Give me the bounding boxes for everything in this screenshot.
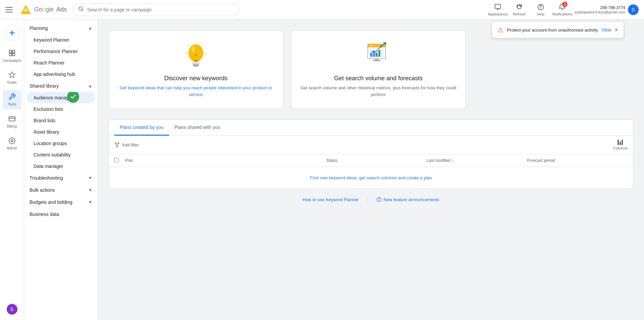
discover-keywords-card[interactable]: Discover new keywords Get keyword ideas … (109, 30, 283, 109)
sidebar-item-performance-planner[interactable]: Performance Planner (24, 46, 98, 57)
announcements-label: New feature announcements (384, 197, 439, 202)
col-status: Status (326, 158, 427, 163)
user-info[interactable]: 256-796-3774 sophiaparker14oct@gmail.com… (574, 4, 639, 15)
svg-rect-4 (495, 4, 501, 9)
goals-icon (8, 71, 16, 79)
planning-items: Keyword Planner Performance Planner Reac… (24, 34, 98, 80)
google-logo-icon (20, 4, 32, 15)
notification-text: Protect your account from unauthorised a… (507, 28, 598, 33)
col-last-modified[interactable]: Last modified ↓ (427, 158, 527, 163)
notifications-icon: 1 (558, 3, 566, 11)
admin-icon (8, 137, 16, 145)
select-all-checkbox[interactable] (114, 158, 119, 162)
refresh-button[interactable]: Refresh (510, 2, 529, 17)
sidebar-item-asset-library[interactable]: Asset library (24, 126, 98, 138)
search-volume-card[interactable]: Get search volume and forecasts Get sear… (291, 30, 466, 109)
budgets-bidding-section-header[interactable]: Budgets and bidding ▼ (24, 196, 98, 208)
tab-plans-created-by-you[interactable]: Plans created by you (114, 120, 169, 136)
tab-plans-shared-with-you[interactable]: Plans shared with you (169, 120, 226, 136)
filter-icon (114, 142, 120, 148)
columns-button[interactable]: Columns (613, 140, 628, 150)
tools-icon (8, 93, 16, 101)
new-feature-announcements-link[interactable]: New feature announcements (376, 197, 439, 202)
svg-rect-37 (378, 50, 380, 57)
svg-point-20 (192, 47, 195, 52)
troubleshooting-chevron-icon: ▼ (88, 176, 92, 180)
refresh-label: Refresh (513, 12, 526, 16)
troubleshooting-section-header[interactable]: Troubleshooting ▼ (24, 172, 98, 184)
svg-rect-11 (9, 50, 11, 53)
business-data-section-header[interactable]: Business data (24, 208, 98, 220)
sidebar-item-reach-planner[interactable]: Reach Planner (24, 57, 98, 68)
planning-title: Planning (30, 26, 48, 31)
troubleshooting-title: Troubleshooting (30, 175, 63, 181)
refresh-icon (515, 3, 523, 11)
svg-point-1 (24, 8, 28, 12)
bulk-actions-title: Bulk actions (30, 187, 55, 193)
shared-library-section-header[interactable]: Shared library ▲ (24, 80, 98, 92)
help-button[interactable]: Help (531, 2, 550, 17)
logo-text: Google (34, 6, 54, 13)
add-filter-label: Add filter (122, 142, 139, 147)
notifications-button[interactable]: 1 Notifications (553, 2, 572, 17)
notification-close-button[interactable]: × (614, 27, 618, 34)
svg-point-27 (204, 52, 207, 54)
how-to-use-link[interactable]: How to use Keyword Planner (303, 197, 359, 202)
add-filter-button[interactable]: Add filter (114, 142, 139, 148)
bulk-actions-chevron-icon: ▼ (88, 188, 92, 192)
sidebar-item-content-suitability[interactable]: Content suitability (24, 149, 98, 161)
svg-point-19 (189, 44, 203, 62)
col-plan: Plan (125, 158, 326, 163)
shared-library-chevron-icon: ▲ (88, 84, 92, 88)
sidebar-item-location-groups[interactable]: Location groups (24, 138, 98, 149)
svg-point-28 (188, 44, 190, 46)
bulk-actions-section-header[interactable]: Bulk actions ▼ (24, 184, 98, 196)
sidebar-item-goals[interactable]: Goals (3, 68, 21, 87)
table-header: Plan Status Last modified ↓ Forecast per… (109, 154, 633, 167)
table-area: Plans created by you Plans shared with y… (109, 120, 633, 189)
business-data-title: Business data (30, 212, 59, 217)
campaigns-icon (8, 49, 16, 57)
search-bar[interactable] (72, 3, 240, 16)
google-ads-logo: Google Ads (20, 4, 67, 15)
svg-rect-39 (375, 59, 379, 60)
sidebar-item-campaigns[interactable]: Campaigns (3, 46, 21, 65)
help-icon (537, 3, 545, 11)
sidebar-item-audience-manager[interactable]: Audience manager (27, 92, 95, 103)
shared-library-items: Audience manager Exclusion lists Brand l… (24, 92, 98, 172)
empty-state-link[interactable]: Find new keyword ideas, get search volum… (310, 175, 432, 180)
svg-rect-12 (12, 50, 14, 53)
sidebar-item-tools[interactable]: Tools (3, 90, 21, 109)
planning-section-header[interactable]: Planning ▲ (24, 22, 98, 34)
search-input[interactable] (87, 7, 234, 12)
cards-row: Discover new keywords Get keyword ideas … (109, 30, 633, 109)
logo-ads-text: Ads (56, 6, 67, 13)
search-volume-desc: Get search volume and other historical m… (300, 85, 457, 98)
sidebar-item-admin[interactable]: Admin (3, 134, 21, 153)
sidebar-item-billing[interactable]: Billing (3, 112, 21, 131)
bottom-avatar[interactable]: S (7, 304, 17, 315)
sidebar-item-keyword-planner[interactable]: Keyword Planner (24, 34, 98, 46)
appearance-button[interactable]: Appearance (488, 2, 507, 17)
col-forecast-period: Forecast period (527, 158, 628, 163)
svg-rect-23 (192, 62, 200, 64)
svg-point-18 (11, 140, 13, 142)
user-email: sophiaparker14oct@gmail.com (574, 10, 625, 14)
sidebar-item-exclusion-lists[interactable]: Exclusion lists (24, 103, 98, 115)
table-toolbar: Add filter Columns (109, 136, 633, 154)
svg-rect-40 (373, 60, 380, 61)
create-button[interactable] (4, 25, 20, 41)
sidebar-item-brand-lists[interactable]: Brand lists (24, 115, 98, 126)
hamburger-menu[interactable] (5, 4, 17, 16)
chart-icon (365, 41, 392, 68)
search-volume-title: Get search volume and forecasts (334, 75, 423, 82)
help-label: Help (537, 12, 545, 16)
notification-view-link[interactable]: View (601, 27, 611, 33)
sidebar-item-app-advertising-hub[interactable]: App advertising hub (24, 68, 98, 80)
svg-rect-16 (9, 117, 15, 121)
sidebar: Planning ▲ Keyword Planner Performance P… (24, 19, 98, 320)
svg-rect-13 (9, 53, 11, 56)
sidebar-item-data-manager[interactable]: Data manager (24, 161, 98, 172)
announcements-icon (376, 197, 382, 202)
campaigns-label: Campaigns (3, 58, 21, 63)
